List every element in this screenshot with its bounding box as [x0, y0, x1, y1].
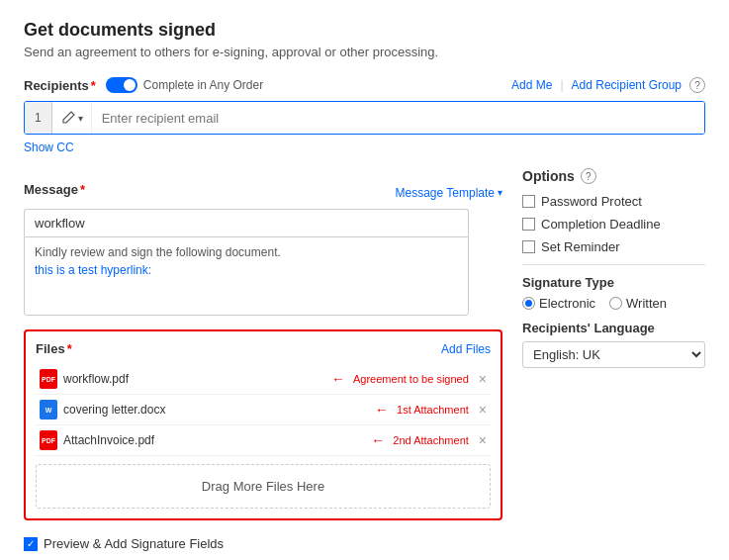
message-line1: Kindly review and sign the following doc…	[35, 243, 458, 261]
file-badge: Agreement to be signed	[353, 373, 469, 385]
completion-deadline-checkbox[interactable]	[522, 218, 535, 231]
file-label-group: 2nd Attachment	[371, 432, 468, 448]
file-label-group: Agreement to be signed	[331, 371, 469, 387]
written-radio-dot	[609, 297, 622, 310]
preview-checkbox[interactable]: ✓	[24, 537, 38, 551]
file-item: W covering letter.docx 1st Attachment ×	[36, 395, 491, 425]
file-name: workflow.pdf	[63, 372, 325, 386]
arrow-icon	[375, 402, 393, 418]
set-reminder-label: Set Reminder	[541, 239, 619, 254]
written-radio[interactable]: Written	[609, 296, 667, 311]
arrow-icon	[371, 432, 389, 448]
language-label: Recipients' Language	[522, 321, 705, 335]
options-help-icon[interactable]: ?	[581, 168, 596, 184]
recipients-actions: Add Me | Add Recipient Group ?	[511, 77, 705, 93]
password-protect-label: Password Protect	[541, 194, 642, 209]
file-close-button[interactable]: ×	[479, 402, 487, 418]
option-item-deadline: Completion Deadline	[522, 217, 705, 232]
electronic-radio[interactable]: Electronic	[522, 296, 595, 311]
completion-deadline-label: Completion Deadline	[541, 217, 661, 232]
file-item: PDF workflow.pdf Agreement to be signed …	[36, 364, 491, 395]
language-select[interactable]: English: UK English: US French German Sp…	[522, 341, 705, 368]
any-order-label: Complete in Any Order	[143, 78, 263, 92]
add-me-link[interactable]: Add Me	[511, 78, 552, 92]
recipient-number: 1	[25, 102, 52, 134]
files-section: Files Add Files PDF workflow.pdf Agreeme…	[24, 329, 502, 520]
pipe-divider: |	[560, 78, 563, 92]
option-item-reminder: Set Reminder	[522, 239, 705, 254]
options-header: Options ?	[522, 168, 705, 184]
file-badge: 1st Attachment	[397, 404, 469, 416]
preview-row: ✓ Preview & Add Signature Fields	[24, 536, 705, 551]
doc-icon: W	[40, 400, 57, 420]
recipients-help-icon[interactable]: ?	[689, 77, 705, 93]
file-name: AttachInvoice.pdf	[63, 433, 365, 447]
file-close-button[interactable]: ×	[479, 432, 487, 448]
preview-label: Preview & Add Signature Fields	[44, 536, 224, 551]
files-container: Files Add Files PDF workflow.pdf Agreeme…	[24, 329, 502, 520]
files-header: Files Add Files	[36, 341, 491, 356]
options-panel: Options ? Password Protect Completion De…	[522, 168, 705, 520]
file-name: covering letter.docx	[63, 403, 369, 417]
order-toggle[interactable]	[106, 77, 137, 93]
arrow-icon	[331, 371, 349, 387]
pen-icon	[60, 110, 76, 126]
message-subject[interactable]: workflow	[24, 209, 469, 236]
options-title: Options	[522, 168, 575, 184]
recipients-label: Recipients	[24, 78, 96, 93]
file-badge: 2nd Attachment	[393, 434, 468, 446]
option-item-password: Password Protect	[522, 194, 705, 209]
set-reminder-checkbox[interactable]	[522, 240, 535, 253]
message-label: Message	[24, 182, 85, 197]
password-protect-checkbox[interactable]	[522, 195, 535, 208]
message-header: Message Message Template ▾	[24, 182, 502, 203]
file-label-group: 1st Attachment	[375, 402, 469, 418]
drag-files-area[interactable]: Drag More Files Here	[36, 464, 491, 509]
recipient-type-button[interactable]: ▾	[52, 102, 92, 134]
files-label: Files	[36, 341, 72, 356]
bottom-section: ✓ Preview & Add Signature Fields Next	[24, 536, 705, 560]
chevron-small: ▾	[78, 113, 83, 124]
page-title: Get documents signed	[24, 20, 705, 41]
order-toggle-group: Complete in Any Order	[106, 77, 263, 93]
file-item: PDF AttachInvoice.pdf 2nd Attachment ×	[36, 425, 491, 456]
options-divider	[522, 264, 705, 265]
file-close-button[interactable]: ×	[479, 371, 487, 387]
recipient-email-input[interactable]	[92, 102, 704, 134]
left-panel: Message Message Template ▾ workflow Kind…	[24, 168, 502, 520]
show-cc-link[interactable]: Show CC	[24, 140, 74, 154]
add-recipient-group-link[interactable]: Add Recipient Group	[572, 78, 682, 92]
signature-type-group: Electronic Written	[522, 296, 705, 311]
add-files-button[interactable]: Add Files	[441, 342, 491, 356]
electronic-radio-dot	[522, 297, 535, 310]
message-line3: this is a test hyperlink:	[35, 261, 458, 279]
template-chevron: ▾	[498, 187, 502, 198]
page-subtitle: Send an agreement to others for e-signin…	[24, 45, 705, 59]
electronic-label: Electronic	[539, 296, 595, 311]
pdf-icon: PDF	[40, 369, 57, 389]
signature-type-label: Signature Type	[522, 275, 705, 290]
message-template-button[interactable]: Message Template ▾	[396, 186, 503, 200]
message-body[interactable]: Kindly review and sign the following doc…	[24, 236, 469, 316]
main-content: Message Message Template ▾ workflow Kind…	[24, 168, 705, 520]
recipient-row: 1 ▾	[24, 101, 705, 135]
written-label: Written	[626, 296, 667, 311]
pdf-icon: PDF	[40, 430, 57, 450]
